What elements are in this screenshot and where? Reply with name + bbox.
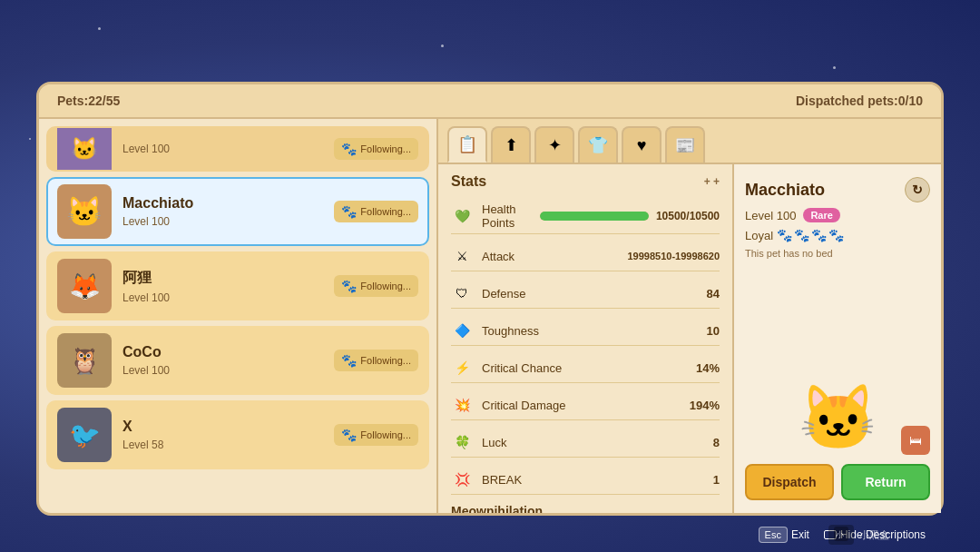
hp-fill xyxy=(540,212,649,221)
stat-row-hp: 💚 Health Points 10500/10500 xyxy=(451,199,720,234)
stat-value-break: 1 xyxy=(713,473,720,487)
stats-panel: Stats + + 💚 Health Points 10500/10500 xyxy=(438,164,732,513)
pets-count: Pets:22/55 xyxy=(57,94,120,108)
tab-star[interactable]: ✦ xyxy=(534,126,574,163)
pet-item-0[interactable]: 🐱 Level 100 🐾 Following... xyxy=(46,126,429,172)
expand-icon[interactable]: + + xyxy=(704,175,720,188)
tab-heart[interactable]: ♥ xyxy=(622,126,662,163)
pet-name-coco: CoCo xyxy=(122,344,334,360)
pet-info-coco: CoCo Level 100 xyxy=(122,344,334,377)
bed-icon[interactable]: 🛏 xyxy=(901,426,930,455)
status-icon-ali: 🐾 xyxy=(341,279,357,293)
tab-upload[interactable]: ⬆ xyxy=(491,126,531,163)
panel-header: Pets:22/55 Dispatched pets:0/10 xyxy=(39,84,941,119)
pet-level-macchiato: Level 100 xyxy=(122,215,334,228)
detail-panel: Macchiato ↻ Level 100 Rare Loyal 🐾 🐾 🐾 xyxy=(732,164,941,513)
attack-icon: ⚔ xyxy=(451,245,473,267)
watermark-box: 小 xyxy=(828,525,854,545)
pet-avatar-coco: 🦉 xyxy=(57,333,112,388)
paw-icons: 🐾 🐾 🐾 🐾 xyxy=(777,228,844,242)
crit-dmg-icon: 💥 xyxy=(451,394,473,416)
stat-row-attack: ⚔ Attack 19998510-19998620 xyxy=(451,242,720,271)
watermark: 小 小黑盒 xyxy=(828,525,889,545)
hp-icon: 💚 xyxy=(451,205,473,227)
paw-2: 🐾 xyxy=(794,228,809,242)
pet-emoji-macchiato: 🐱 xyxy=(66,194,103,229)
stat-name-toughness: Toughness xyxy=(482,324,707,338)
pet-status-x: 🐾 Following... xyxy=(334,424,418,446)
stat-row-luck: 🍀 Luck 8 xyxy=(451,428,720,458)
pet-emoji-coco: 🦉 xyxy=(69,346,101,376)
stat-name-defense: Defense xyxy=(482,287,707,301)
status-icon-coco: 🐾 xyxy=(341,353,357,368)
pet-list: 🐱 Level 100 🐾 Following... 🐱 Macchiato L… xyxy=(39,119,438,513)
loyalty-label: Loyal xyxy=(745,229,773,242)
pet-level-coco: Level 100 xyxy=(122,364,334,377)
stat-row-break: 💢 BREAK 1 xyxy=(451,465,720,495)
tab-clothes[interactable]: 👕 xyxy=(578,126,618,163)
pet-emoji-ali: 🦊 xyxy=(69,271,101,301)
stat-name-crit-chance: Critical Chance xyxy=(482,361,696,375)
exit-label: Exit xyxy=(791,528,809,541)
stat-name-crit-dmg: Critical Damage xyxy=(482,399,690,412)
bottom-panels: Stats + + 💚 Health Points 10500/10500 xyxy=(438,164,941,513)
dispatched-count: Dispatched pets:0/10 xyxy=(796,94,923,108)
pet-item-ali[interactable]: 🦊 阿狸 Level 100 🐾 Following... xyxy=(46,251,429,320)
refresh-button[interactable]: ↻ xyxy=(905,177,930,202)
toughness-icon: 🔷 xyxy=(451,320,473,341)
stat-name-luck: Luck xyxy=(482,436,713,449)
rarity-badge: Rare xyxy=(803,208,839,222)
pet-avatar-macchiato: 🐱 xyxy=(57,184,112,239)
pet-item-coco[interactable]: 🦉 CoCo Level 100 🐾 Following... xyxy=(46,326,429,395)
pet-avatar-x: 🐦 xyxy=(57,408,112,462)
tab-info[interactable]: 📰 xyxy=(665,126,705,163)
stat-name-break: BREAK xyxy=(482,473,713,487)
detail-pet-name: Macchiato xyxy=(745,181,825,200)
stat-value-toughness: 10 xyxy=(707,324,720,338)
paw-4: 🐾 xyxy=(828,228,844,242)
pet-avatar-ali: 🦊 xyxy=(57,259,112,313)
pet-item-x[interactable]: 🐦 X Level 58 🐾 Following... xyxy=(46,400,429,469)
stat-row-crit-chance: ⚡ Critical Chance 14% xyxy=(451,353,720,383)
pet-info-x: X Level 58 xyxy=(122,419,334,451)
panel-content: 🐱 Level 100 🐾 Following... 🐱 Macchiato L… xyxy=(39,119,941,513)
pet-name-macchiato: Macchiato xyxy=(122,195,334,212)
defense-icon: 🛡 xyxy=(451,282,473,304)
cat-sprite: 🐱 xyxy=(799,380,877,455)
crit-chance-icon: ⚡ xyxy=(451,357,473,379)
pet-item-macchiato[interactable]: 🐱 Macchiato Level 100 🐾 Following... xyxy=(46,177,429,246)
pet-level-x: Level 58 xyxy=(122,439,334,451)
pet-status-0: 🐾 Following... xyxy=(334,138,418,160)
main-panel: Pets:22/55 Dispatched pets:0/10 🐱 Level … xyxy=(36,82,944,516)
tab-stats[interactable]: 📋 xyxy=(447,126,487,163)
return-button[interactable]: Return xyxy=(841,464,930,500)
status-text-x: Following... xyxy=(360,429,411,440)
status-icon-macchiato: 🐾 xyxy=(341,204,357,219)
watermark-text: 小黑盒 xyxy=(859,528,889,542)
status-text-ali: Following... xyxy=(360,281,411,291)
stat-name-hp: Health Points xyxy=(482,202,540,230)
no-bed-text: This pet has no bed xyxy=(745,248,930,259)
status-icon-0: 🐾 xyxy=(341,142,357,156)
loyalty-row: Loyal 🐾 🐾 🐾 🐾 xyxy=(745,228,930,242)
pet-status-coco: 🐾 Following... xyxy=(334,350,418,371)
paw-1: 🐾 xyxy=(777,228,792,242)
pet-info-ali: 阿狸 Level 100 xyxy=(122,269,334,304)
break-icon: 💢 xyxy=(451,468,473,490)
dispatch-button[interactable]: Dispatch xyxy=(745,464,834,500)
esc-key: Esc xyxy=(759,527,788,543)
status-text-coco: Following... xyxy=(360,355,411,366)
right-panel: 📋 ⬆ ✦ 👕 ♥ 📰 Stats + + 💚 xyxy=(438,119,941,513)
stat-value-hp: 10500/10500 xyxy=(656,210,720,222)
stat-value-defense: 84 xyxy=(707,287,720,301)
pet-detail-image: 🐱 🛏 xyxy=(745,268,930,455)
pet-avatar-0: 🐱 xyxy=(57,126,112,172)
pet-level-ali: Level 100 xyxy=(122,291,334,304)
pet-name-x: X xyxy=(122,419,334,435)
exit-button[interactable]: Esc Exit xyxy=(759,527,809,543)
stat-name-attack: Attack xyxy=(482,250,627,263)
stat-value-crit-chance: 14% xyxy=(696,361,720,375)
pet-info-0: Level 100 xyxy=(122,143,334,155)
svg-text:小: 小 xyxy=(836,530,844,539)
detail-level-row: Level 100 Rare xyxy=(745,208,930,222)
